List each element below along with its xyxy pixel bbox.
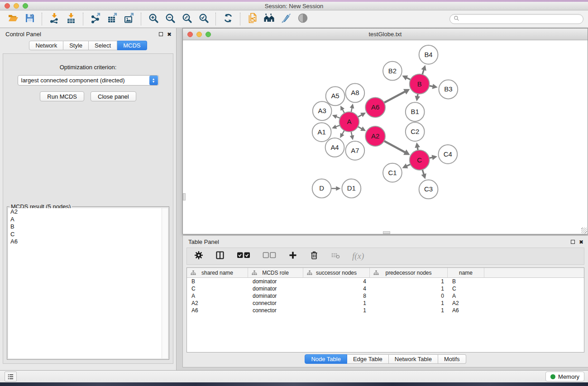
table-row[interactable]: A2connector11A2 — [187, 300, 584, 307]
tab-network[interactable]: Network — [29, 41, 63, 50]
select-all-button[interactable] — [237, 251, 250, 262]
open-session-button[interactable] — [5, 12, 21, 26]
zoom-window-button[interactable] — [23, 3, 28, 9]
column-header-name[interactable]: name — [448, 268, 484, 277]
tab-network-table[interactable]: Network Table — [389, 354, 438, 364]
tab-style[interactable]: Style — [63, 41, 89, 50]
close-panel-icon[interactable]: ✖ — [167, 32, 172, 37]
horizontal-scrollbar-thumb[interactable] — [383, 231, 390, 234]
tab-select[interactable]: Select — [89, 41, 117, 50]
network-view-window: testGlobe.txt AA1A2A3A4A5A6A7A8BB1B2B3B4… — [182, 28, 588, 234]
column-header-successor-nodes[interactable]: successor nodes — [303, 268, 370, 277]
delete-rows-button[interactable] — [310, 251, 319, 262]
zoom-selected-button[interactable] — [195, 12, 212, 26]
export-image-button[interactable] — [120, 12, 137, 26]
cell-name: C — [448, 285, 484, 292]
graph-node-label-B3: B3 — [444, 85, 452, 93]
close-panel-button[interactable]: Close panel — [91, 91, 136, 101]
vertical-scrollbar-thumb[interactable] — [183, 193, 186, 200]
memory-button[interactable]: Memory — [545, 372, 584, 381]
network-zoom-button[interactable] — [206, 32, 211, 37]
zoom-in-button[interactable] — [145, 12, 162, 26]
tab-edge-table[interactable]: Edge Table — [347, 354, 389, 364]
save-session-button[interactable] — [21, 12, 38, 26]
graph-node-label-A8: A8 — [351, 89, 359, 96]
zoom-fit-icon — [182, 13, 192, 25]
tab-motifs[interactable]: Motifs — [438, 354, 466, 364]
refresh-button[interactable] — [220, 12, 236, 26]
toolbar-separator — [240, 13, 240, 25]
memory-button-label: Memory — [558, 373, 579, 380]
search-box[interactable] — [449, 14, 583, 24]
network-canvas[interactable]: AA1A2A3A4A5A6A7A8BB1B2B3B4CC1C2C3C4DD1 — [183, 40, 588, 234]
task-history-button[interactable] — [5, 372, 17, 381]
graph-node-label-C4: C4 — [444, 150, 452, 158]
mcds-result-item[interactable]: A2 — [8, 208, 168, 216]
tab-node-table[interactable]: Node Table — [305, 354, 347, 364]
mcds-result-item[interactable]: C — [8, 231, 168, 238]
graph-node-label-D1: D1 — [347, 184, 356, 192]
first-neighbors-icon — [264, 13, 275, 25]
import-table-button[interactable] — [62, 12, 79, 26]
export-table-button[interactable] — [104, 12, 120, 26]
table-float-panel-icon[interactable] — [571, 240, 575, 244]
table-panel-title: Table Panel — [188, 238, 219, 245]
run-mcds-button[interactable]: Run MCDS — [40, 91, 84, 101]
settings-button[interactable] — [194, 251, 203, 262]
table-row[interactable]: Adominator80A — [187, 292, 584, 300]
graph-node-label-C: C — [417, 156, 422, 164]
function-builder-button: f(x) — [352, 251, 364, 261]
cell-predecessor-nodes: 1 — [370, 285, 448, 292]
hide-graphics-details-button[interactable] — [277, 12, 294, 26]
float-panel-icon[interactable] — [159, 32, 163, 36]
mcds-result-item[interactable]: A6 — [8, 238, 168, 246]
optimization-criterion-label: Optimization criterion: — [3, 64, 173, 71]
cell-successor-nodes: 1 — [303, 300, 370, 307]
table-row[interactable]: A6connector11A6 — [187, 307, 584, 314]
mcds-result-list[interactable]: A2ABCA6 — [8, 208, 168, 358]
table-row[interactable]: Bdominator41B — [187, 278, 584, 285]
criterion-dropdown[interactable]: largest connected component (directed) ▲… — [18, 75, 159, 86]
window-resize-handle[interactable] — [581, 228, 587, 234]
show-columns-button[interactable] — [215, 251, 225, 262]
network-window-titlebar[interactable]: testGlobe.txt — [183, 29, 588, 40]
table-body: Bdominator41BCdominator41CAdominator80AA… — [187, 278, 584, 314]
minimize-window-button[interactable] — [14, 3, 19, 9]
zoom-out-button[interactable] — [162, 12, 178, 26]
result-scrollbar[interactable] — [162, 208, 168, 358]
mcds-result-item[interactable]: B — [8, 223, 168, 231]
hierarchy-icon — [191, 270, 196, 277]
cell-shared-name: A — [187, 292, 248, 300]
column-header-shared-name[interactable]: shared name — [187, 268, 248, 277]
tab-mcds[interactable]: MCDS — [117, 41, 147, 50]
deselect-all-button[interactable] — [263, 251, 276, 262]
network-graph[interactable]: AA1A2A3A4A5A6A7A8BB1B2B3B4CC1C2C3C4DD1 — [183, 40, 588, 234]
export-network-button[interactable] — [87, 12, 104, 26]
close-window-button[interactable] — [5, 3, 10, 9]
deselect-all-icon — [263, 251, 276, 262]
import-network-button[interactable] — [46, 12, 62, 26]
table-row[interactable]: Cdominator41C — [187, 285, 584, 292]
new-network-from-selection-button[interactable] — [244, 12, 261, 26]
hierarchy-icon — [307, 270, 312, 277]
toolbar-separator — [215, 13, 216, 25]
cell-name: A2 — [448, 300, 484, 307]
control-panel-tabs: NetworkStyleSelectMCDS — [0, 41, 176, 50]
search-input[interactable] — [462, 16, 579, 22]
show-graphics-details-button[interactable] — [294, 12, 311, 26]
zoom-fit-button[interactable] — [178, 12, 195, 26]
cell-MCDS-role: dominator — [248, 285, 303, 292]
table-close-panel-icon[interactable]: ✖ — [579, 239, 583, 245]
cell-name: A6 — [448, 307, 484, 314]
first-neighbors-button[interactable] — [261, 12, 277, 26]
network-minimize-button[interactable] — [196, 32, 202, 37]
network-close-button[interactable] — [187, 32, 193, 37]
cell-successor-nodes: 8 — [303, 292, 370, 300]
column-header-predecessor-nodes[interactable]: predecessor nodes — [370, 268, 448, 277]
column-header-MCDS-role[interactable]: MCDS role — [248, 268, 303, 277]
cell-shared-name: C — [187, 285, 248, 292]
add-row-button[interactable] — [288, 251, 297, 262]
cell-shared-name: A2 — [187, 300, 248, 307]
import-network-icon — [49, 13, 60, 25]
mcds-result-item[interactable]: A — [8, 216, 168, 224]
